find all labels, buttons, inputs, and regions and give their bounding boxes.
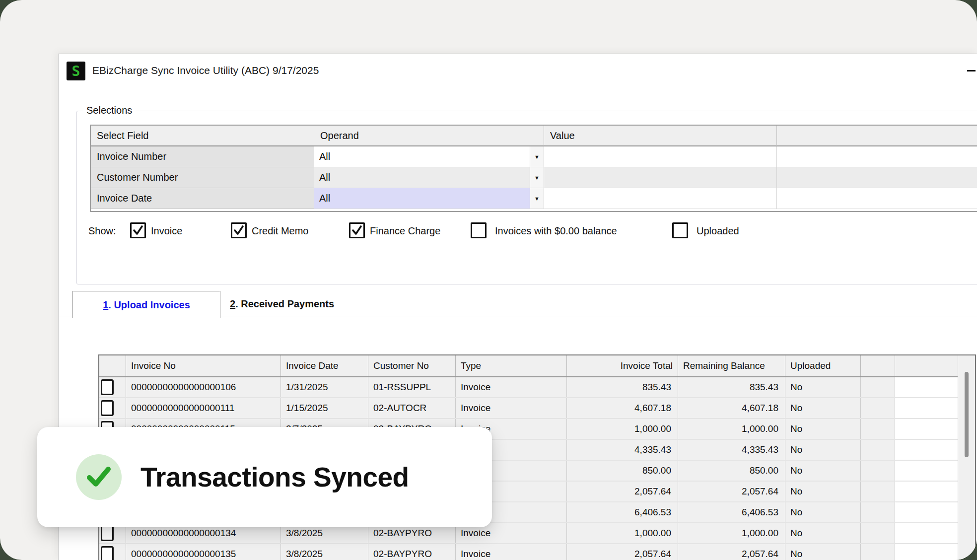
operand-dropdown[interactable]: All ▼ xyxy=(314,167,544,188)
show-label: Show: xyxy=(88,225,116,237)
column-header-uploaded[interactable]: Uploaded xyxy=(785,355,861,376)
screenshot-canvas: S EBizCharge Sync Invoice Utility (ABC) … xyxy=(0,0,977,560)
tab-received-payments[interactable]: 2. Received Payments xyxy=(230,291,334,317)
table-row[interactable]: 00000000000000000106 1/31/2025 01-RSSUPP… xyxy=(99,377,958,398)
value-field[interactable] xyxy=(544,167,777,188)
app-icon-letter: S xyxy=(72,63,80,79)
filter-field-label: Invoice Date xyxy=(91,188,314,209)
cell-invoice-date: 1/15/2025 xyxy=(281,398,368,418)
cell-uploaded: No xyxy=(785,461,861,481)
selections-group-label: Selections xyxy=(83,105,136,116)
toast-transactions-synced: Transactions Synced xyxy=(37,427,492,527)
row-checkbox[interactable] xyxy=(101,525,114,541)
cell-invoice-total: 2,057.64 xyxy=(567,482,678,501)
header-filler xyxy=(895,355,958,376)
column-header-remaining-balance[interactable]: Remaining Balance xyxy=(678,355,785,376)
checkbox-label-uploaded: Uploaded xyxy=(697,225,739,237)
cell-empty xyxy=(861,419,895,439)
cell-remaining-balance: 835.43 xyxy=(678,377,785,397)
checkbox-invoice[interactable] xyxy=(130,222,146,238)
cell-uploaded: No xyxy=(785,419,861,439)
minimize-icon[interactable] xyxy=(967,70,976,71)
cell-remaining-balance: 1,000.00 xyxy=(678,419,785,439)
row-checkbox[interactable] xyxy=(101,546,114,560)
cell-uploaded: No xyxy=(785,377,861,397)
filter-header-select-field: Select Field xyxy=(91,126,314,146)
window-title: EBizCharge Sync Invoice Utility (ABC) 9/… xyxy=(92,54,319,87)
cell-empty xyxy=(861,377,895,397)
checkbox-label-finance-charge: Finance Charge xyxy=(370,225,440,237)
cell-invoice-total: 4,607.18 xyxy=(567,398,678,418)
checkbox-zero-balance[interactable] xyxy=(471,222,487,238)
cell-uploaded: No xyxy=(785,523,861,543)
cell-uploaded: No xyxy=(785,482,861,501)
row-select-cell[interactable] xyxy=(99,544,126,560)
column-header-invoice-no[interactable]: Invoice No xyxy=(126,355,281,376)
value-field[interactable] xyxy=(544,188,777,209)
tab-label: . Upload Invoices xyxy=(108,299,190,311)
select-all-header-cell[interactable] xyxy=(99,355,126,376)
checkbox-finance-charge[interactable] xyxy=(349,222,365,238)
tab-number: 2 xyxy=(230,298,235,310)
operand-dropdown[interactable]: All ▼ xyxy=(314,146,544,167)
cell-uploaded: No xyxy=(785,440,861,460)
checkbox-uploaded[interactable] xyxy=(672,222,688,238)
cell-remaining-balance: 2,057.64 xyxy=(678,482,785,501)
filter-field-label: Invoice Number xyxy=(91,146,314,167)
cell-remaining-balance: 1,000.00 xyxy=(678,523,785,543)
column-header-invoice-date[interactable]: Invoice Date xyxy=(281,355,368,376)
row-select-cell[interactable] xyxy=(99,398,126,418)
column-header-invoice-total[interactable]: Invoice Total xyxy=(567,355,678,376)
value-field[interactable] xyxy=(544,146,777,167)
table-row[interactable]: 00000000000000000135 3/8/2025 02-BAYPYRO… xyxy=(99,544,958,560)
chevron-down-icon[interactable]: ▼ xyxy=(530,167,544,188)
filter-table: Select Field Operand Value Invoice Numbe… xyxy=(90,125,977,212)
cell-customer-no: 02-BAYPYRO xyxy=(368,544,456,560)
check-circle-icon xyxy=(76,454,122,500)
filter-extra-cell xyxy=(777,188,977,209)
cell-type: Invoice xyxy=(456,377,567,397)
operand-value: All xyxy=(319,172,330,183)
filter-field-label: Customer Number xyxy=(91,167,314,188)
operand-dropdown[interactable]: All ▼ xyxy=(314,188,544,209)
cell-uploaded: No xyxy=(785,544,861,560)
chevron-down-icon[interactable]: ▼ xyxy=(530,146,544,167)
cell-empty xyxy=(861,544,895,560)
cell-invoice-no: 00000000000000000111 xyxy=(126,398,281,418)
column-header-type[interactable]: Type xyxy=(456,355,567,376)
operand-value: All xyxy=(319,193,330,204)
cell-invoice-total: 835.43 xyxy=(567,377,678,397)
cell-remaining-balance: 4,607.18 xyxy=(678,398,785,418)
filter-header-operand: Operand xyxy=(314,126,544,146)
row-select-cell[interactable] xyxy=(99,377,126,397)
tab-label: . Received Payments xyxy=(235,298,334,310)
vertical-scrollbar[interactable] xyxy=(958,355,975,560)
cell-type: Invoice xyxy=(456,544,567,560)
column-header-empty xyxy=(861,355,895,376)
tab-upload-invoices[interactable]: 1. Upload Invoices xyxy=(72,291,220,318)
cell-remaining-balance: 850.00 xyxy=(678,461,785,481)
cell-invoice-total: 1,000.00 xyxy=(567,523,678,543)
checkbox-credit-memo[interactable] xyxy=(231,222,247,238)
tab-number: 1 xyxy=(103,299,108,311)
checkbox-label-zero-balance: Invoices with $0.00 balance xyxy=(495,225,617,237)
cell-customer-no: 02-AUTOCR xyxy=(368,398,456,418)
cell-invoice-total: 850.00 xyxy=(567,461,678,481)
filter-extra-cell xyxy=(777,167,977,188)
column-header-customer-no[interactable]: Customer No xyxy=(368,355,456,376)
title-bar: S EBizCharge Sync Invoice Utility (ABC) … xyxy=(59,54,977,87)
toast-message: Transactions Synced xyxy=(140,427,409,527)
cell-invoice-date: 3/8/2025 xyxy=(281,544,368,560)
chevron-down-icon[interactable]: ▼ xyxy=(530,188,544,209)
cell-empty xyxy=(861,502,895,522)
row-checkbox[interactable] xyxy=(101,379,114,395)
scrollbar-thumb[interactable] xyxy=(965,372,969,457)
cell-invoice-no: 00000000000000000135 xyxy=(126,544,281,560)
table-row[interactable]: 00000000000000000111 1/15/2025 02-AUTOCR… xyxy=(99,398,958,419)
cell-invoice-total: 1,000.00 xyxy=(567,419,678,439)
checkbox-label-credit-memo: Credit Memo xyxy=(252,225,308,237)
row-checkbox[interactable] xyxy=(101,400,114,416)
cell-invoice-no: 00000000000000000106 xyxy=(126,377,281,397)
cell-empty xyxy=(861,461,895,481)
cell-invoice-total: 2,057.64 xyxy=(567,544,678,560)
